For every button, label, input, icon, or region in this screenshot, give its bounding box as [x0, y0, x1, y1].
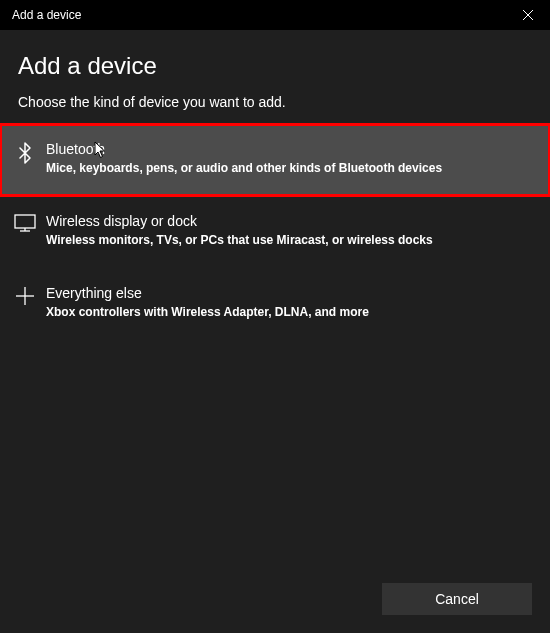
- titlebar: Add a device: [0, 0, 550, 30]
- option-everything-else[interactable]: Everything else Xbox controllers with Wi…: [0, 268, 550, 340]
- option-text: Wireless display or dock Wireless monito…: [46, 212, 536, 249]
- option-title: Bluetooth: [46, 140, 536, 158]
- footer: Cancel: [382, 583, 532, 615]
- option-bluetooth[interactable]: Bluetooth Mice, keyboards, pens, or audi…: [0, 124, 550, 196]
- close-button[interactable]: [505, 0, 550, 30]
- window-title: Add a device: [12, 8, 81, 22]
- bluetooth-icon: [14, 142, 36, 164]
- option-title: Wireless display or dock: [46, 212, 536, 230]
- option-text: Bluetooth Mice, keyboards, pens, or audi…: [46, 140, 536, 177]
- page-title: Add a device: [18, 52, 532, 80]
- cancel-button[interactable]: Cancel: [382, 583, 532, 615]
- close-icon: [523, 10, 533, 20]
- instruction-text: Choose the kind of device you want to ad…: [18, 94, 532, 110]
- option-description: Xbox controllers with Wireless Adapter, …: [46, 304, 536, 321]
- plus-icon: [14, 286, 36, 306]
- device-options-list: Bluetooth Mice, keyboards, pens, or audi…: [0, 124, 550, 340]
- option-description: Mice, keyboards, pens, or audio and othe…: [46, 160, 536, 177]
- svg-rect-2: [15, 215, 35, 228]
- option-text: Everything else Xbox controllers with Wi…: [46, 284, 536, 321]
- option-description: Wireless monitors, TVs, or PCs that use …: [46, 232, 536, 249]
- content-area: Add a device Choose the kind of device y…: [0, 30, 550, 340]
- option-title: Everything else: [46, 284, 536, 302]
- option-wireless-display[interactable]: Wireless display or dock Wireless monito…: [0, 196, 550, 268]
- monitor-icon: [14, 214, 36, 232]
